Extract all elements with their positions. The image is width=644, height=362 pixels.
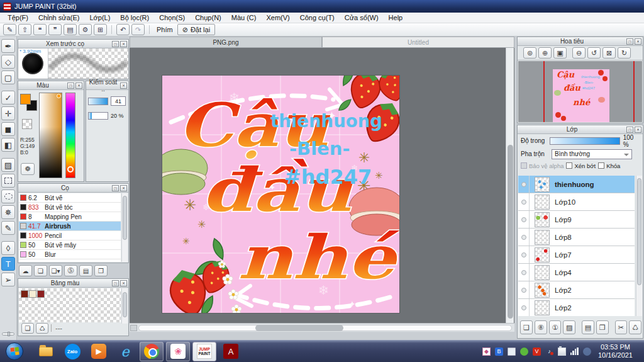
artwork-canvas[interactable]: ❄ ❄ ❄ ❄ ❄ ❄ ❄ ❄ ✦ ✦ ✦ ✦ ✦ ✦ ✳ ✳ ✳ ✳ (162, 76, 399, 313)
menu-item[interactable]: Chỉnh sửa(E) (33, 13, 84, 23)
scroll-left-button[interactable] (130, 325, 137, 331)
reset-button[interactable]: ⊘ Đặt lại (177, 24, 215, 35)
network-signal-icon[interactable] (570, 348, 579, 355)
transparent-swatch[interactable] (22, 119, 32, 129)
tray-app-icon[interactable]: ◆ (482, 348, 491, 356)
layer-row[interactable]: Lớp2 (518, 281, 635, 299)
canvas-vertical-scrollbar[interactable] (506, 48, 514, 323)
brush-row[interactable]: 50 Blur (19, 250, 121, 259)
menu-item[interactable]: Lớp(L) (84, 13, 115, 23)
close-icon[interactable]: ✕ (120, 280, 127, 286)
delete-layer-icon[interactable]: ♺ (629, 320, 641, 334)
layer-row[interactable]: Lớp4 (518, 264, 635, 281)
jump-pen-icon[interactable]: ✎ (3, 24, 16, 35)
foreground-color-swatch[interactable] (20, 94, 31, 105)
speech-icon[interactable]: ❞ (48, 24, 62, 35)
green-status-icon[interactable] (520, 348, 528, 356)
close-icon[interactable]: ✕ (635, 127, 641, 133)
taskbar-media-player[interactable]: ▶ (87, 342, 111, 361)
scroll-thumb[interactable] (255, 325, 343, 331)
layer-visibility-toggle[interactable] (518, 299, 530, 316)
menu-item[interactable]: Bộ lọc(R) (115, 13, 154, 23)
palette-swatch[interactable] (37, 290, 45, 298)
lasso-tool-icon[interactable] (1, 189, 15, 203)
select-rect-tool-icon[interactable] (1, 174, 15, 188)
navigator-view[interactable]: Cậu đầu nhé thienhuong -Blen- #hd247 (518, 61, 642, 122)
magic-wand-tool-icon[interactable]: ✵ (1, 205, 15, 219)
canvas-viewport[interactable]: ❄ ❄ ❄ ❄ ❄ ❄ ❄ ❄ ✦ ✦ ✦ ✦ ✦ ✦ ✳ ✳ ✳ ✳ (130, 48, 514, 323)
taskbar-zalo[interactable]: Zalo (60, 342, 84, 361)
layer-row[interactable]: Lớp2 (518, 299, 635, 316)
new-layer-icon[interactable]: ❏ (520, 320, 533, 334)
menu-item[interactable]: Tệp(F) (3, 13, 33, 23)
brush-new-icon[interactable]: ❏ (34, 265, 47, 276)
brush-list-scrollbar[interactable] (121, 193, 128, 262)
popout-icon[interactable]: ◳ (67, 82, 74, 89)
redo-icon[interactable]: ↷ (131, 24, 145, 35)
canvas-tab[interactable]: PNG.png (130, 37, 322, 48)
opacity-slider[interactable] (550, 137, 620, 145)
brush-row[interactable]: 6.2 Bút vẽ (19, 193, 121, 203)
layer-row[interactable]: Lớp9 (518, 211, 635, 229)
shape-tool-icon[interactable]: ▢ (1, 71, 15, 84)
layer-option-checkbox[interactable]: Xén bớt (566, 162, 596, 169)
menu-item[interactable]: Công cụ(T) (295, 13, 340, 23)
volume-muted-icon[interactable]: ♪ (545, 348, 553, 356)
popout-icon[interactable]: ◳ (112, 280, 119, 286)
layer-option-checkbox[interactable]: Khóa (598, 162, 620, 169)
close-icon[interactable]: ✕ (635, 38, 641, 45)
bluetooth-icon[interactable]: B (495, 348, 503, 356)
checkbox-icon[interactable] (521, 162, 527, 169)
palette-swatch[interactable] (21, 290, 28, 298)
merge-layer-icon[interactable]: ✂ (615, 320, 628, 334)
zoom-actual-icon[interactable]: ⊚ (523, 47, 536, 59)
layer-visibility-toggle[interactable] (518, 264, 530, 281)
layer-row[interactable]: Lớp10 (518, 193, 635, 211)
sv-marker[interactable] (57, 94, 61, 98)
brush-sync-icon[interactable]: Ⓢ (64, 265, 77, 276)
brush-folder-icon[interactable]: ▤ (79, 265, 92, 276)
popout-icon[interactable]: ◳ (626, 127, 633, 133)
popout-icon[interactable]: ◳ (112, 41, 119, 47)
undo-icon[interactable]: ↶ (116, 24, 130, 35)
popout-icon[interactable]: ◳ (626, 38, 633, 45)
rotate-right-icon[interactable]: ↻ (618, 47, 631, 59)
menu-item[interactable]: Xem(V) (261, 13, 294, 23)
start-button[interactable] (3, 342, 26, 361)
canvas-tab[interactable]: Untitled (322, 37, 514, 48)
blend-mode-select[interactable]: Bình thường (552, 149, 632, 159)
menu-item[interactable]: Chụp(N) (190, 13, 226, 23)
menu-item[interactable]: Help (384, 13, 408, 23)
palette-swatch[interactable] (29, 290, 36, 298)
zoom-in-icon[interactable]: ⊕ (538, 47, 552, 59)
select-pen-tool-icon[interactable]: ✎ (1, 221, 15, 235)
popout-icon[interactable]: ◳ (112, 185, 119, 191)
menu-item[interactable]: Màu (C) (226, 13, 262, 23)
palette-delete-icon[interactable]: ♺ (36, 323, 48, 334)
brush-size-slider[interactable] (88, 98, 108, 105)
select-eraser-tool-icon[interactable]: ◊ (1, 241, 15, 255)
panel-settings-icon[interactable]: ⚙ (79, 24, 92, 35)
object-tool-icon[interactable]: ➢ (1, 273, 15, 286)
palette-new-icon[interactable]: ❏ (21, 323, 34, 334)
new-1bit-layer-icon[interactable]: ① (549, 320, 562, 334)
battery-icon[interactable] (558, 348, 566, 356)
saturation-value-box[interactable] (39, 93, 62, 178)
tool-size-slider[interactable] (2, 332, 14, 336)
brush-tool-icon[interactable]: ✒ (1, 39, 15, 53)
upload-icon[interactable]: ⇧ (18, 24, 31, 35)
checkbox-icon[interactable] (566, 162, 572, 169)
duplicate-layer-icon[interactable]: ❐ (596, 320, 609, 334)
checkbox-icon[interactable] (598, 162, 604, 169)
close-icon[interactable]: ✕ (75, 82, 82, 89)
layer-visibility-toggle[interactable] (518, 229, 530, 246)
layer-visibility-toggle[interactable] (518, 281, 530, 298)
eraser-tool-icon[interactable]: ◇ (1, 55, 15, 69)
layer-visibility-toggle[interactable] (518, 246, 530, 263)
text-tool-icon[interactable]: T (1, 257, 15, 271)
bucket-tool-icon[interactable]: ◧ (1, 138, 15, 152)
layer-list-scrollbar[interactable] (636, 176, 642, 316)
rotate-left-icon[interactable]: ↺ (587, 47, 601, 59)
taskbar-acrobat[interactable]: A (219, 342, 243, 361)
grid-edit-icon[interactable]: ⊞ (94, 24, 107, 35)
